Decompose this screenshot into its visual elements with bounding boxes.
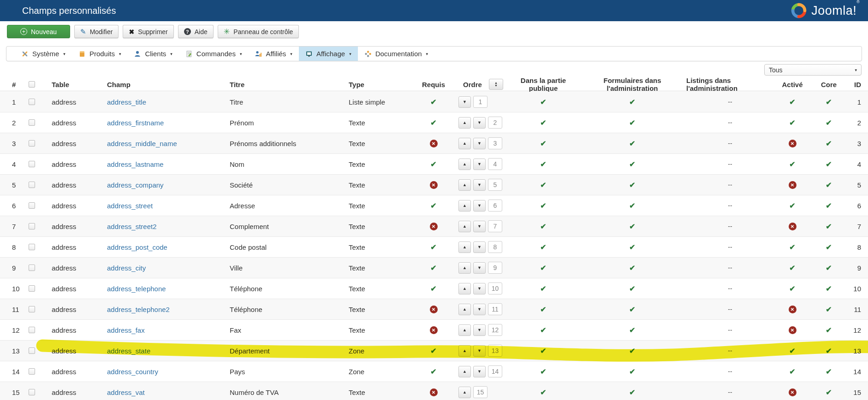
order-up-button[interactable]: ▲ [458,200,471,212]
field-link[interactable]: address_city [107,264,146,272]
check-icon[interactable]: ✔ [789,243,795,252]
order-up-button[interactable]: ▲ [458,387,471,398]
order-input[interactable] [488,303,502,315]
field-link[interactable]: address_title [107,98,146,106]
menu-item-documentation[interactable]: Documentation▾ [358,47,434,61]
order-up-button[interactable]: ▲ [458,366,471,377]
row-checkbox[interactable] [29,368,35,375]
control-panel-button[interactable]: ✳ Panneau de contrôle [218,25,299,38]
order-down-button[interactable]: ▼ [473,366,486,377]
field-link[interactable]: address_country [107,368,158,376]
row-checkbox[interactable] [29,389,35,395]
field-link[interactable]: address_lastname [107,160,164,168]
row-checkbox[interactable] [29,285,35,292]
check-icon[interactable]: ✔ [540,388,546,397]
check-icon[interactable]: ✔ [430,243,436,252]
cross-icon[interactable]: ✕ [789,181,797,189]
row-checkbox[interactable] [29,182,35,188]
check-icon[interactable]: ✔ [540,326,546,335]
order-up-button[interactable]: ▲ [458,221,471,232]
check-icon[interactable]: ✔ [430,160,436,169]
row-checkbox[interactable] [29,202,35,209]
col-header-requis[interactable]: Requis [415,77,452,91]
field-link[interactable]: address_telephone [107,285,166,293]
order-input[interactable] [488,241,502,253]
check-icon[interactable]: ✔ [430,201,436,210]
check-icon[interactable]: ✔ [540,367,546,376]
order-up-button[interactable]: ▲ [458,241,471,253]
check-icon[interactable]: ✔ [540,201,546,210]
order-down-button[interactable]: ▼ [473,159,486,170]
order-input[interactable] [488,137,502,149]
check-icon[interactable]: ✔ [629,367,635,376]
check-icon[interactable]: ✔ [540,98,546,106]
col-header-active[interactable]: Activé [775,77,810,91]
order-down-button[interactable]: ▼ [473,262,486,274]
check-icon[interactable]: ✔ [789,347,795,355]
check-icon[interactable]: ✔ [789,201,795,210]
menu-item-affilies[interactable]: Affiliés▾ [248,47,298,61]
order-down-button[interactable]: ▼ [473,138,486,149]
check-icon[interactable]: ✔ [629,388,635,397]
col-header-num[interactable]: # [8,77,25,91]
order-input[interactable] [488,282,502,294]
row-checkbox[interactable] [29,161,35,167]
check-icon[interactable]: ✔ [540,118,546,127]
order-down-button[interactable]: ▼ [458,96,471,108]
col-header-adminforms[interactable]: Formulaires dans l'administration [583,77,681,91]
order-up-button[interactable]: ▲ [458,283,471,294]
check-icon[interactable]: ✔ [540,222,546,231]
cross-icon[interactable]: ✕ [789,223,797,230]
menu-item-commandes[interactable]: Commandes▾ [179,47,249,61]
check-icon[interactable]: ✔ [629,160,635,169]
row-checkbox[interactable] [29,327,35,333]
row-checkbox[interactable] [29,265,35,271]
field-link[interactable]: address_telephone2 [107,306,170,313]
order-up-button[interactable]: ▲ [458,117,471,129]
order-down-button[interactable]: ▼ [473,179,486,191]
order-input[interactable] [473,386,488,398]
order-input[interactable] [488,200,502,212]
field-link[interactable]: address_company [107,181,164,189]
check-icon[interactable]: ✔ [629,347,635,355]
field-link[interactable]: address_post_code [107,243,167,251]
order-down-button[interactable]: ▼ [473,304,486,315]
order-input[interactable] [488,158,502,170]
delete-button[interactable]: ✖ Supprimer [123,25,173,38]
cross-icon[interactable]: ✕ [430,181,438,189]
order-up-button[interactable]: ▲ [458,179,471,191]
order-up-button[interactable]: ▲ [458,159,471,170]
check-icon[interactable]: ✔ [540,264,546,272]
row-checkbox[interactable] [29,140,35,147]
order-down-button[interactable]: ▼ [473,283,486,294]
order-input[interactable] [488,365,502,377]
check-icon[interactable]: ✔ [540,305,546,314]
check-icon[interactable]: ✔ [430,367,436,376]
cross-icon[interactable]: ✕ [430,140,438,147]
order-up-button[interactable]: ▲ [458,345,471,357]
col-header-listings[interactable]: Listings dans l'administration [686,77,774,91]
field-link[interactable]: address_street2 [107,223,157,230]
field-link[interactable]: address_middle_name [107,140,177,147]
order-input[interactable] [488,220,502,232]
col-header-champ[interactable]: Champ [107,77,226,91]
col-header-type[interactable]: Type [349,77,413,91]
row-checkbox[interactable] [29,347,35,354]
check-icon[interactable]: ✔ [629,139,635,148]
row-checkbox[interactable] [29,99,35,105]
order-input[interactable] [488,117,502,129]
field-link[interactable]: address_firstname [107,119,164,127]
row-checkbox[interactable] [29,223,35,229]
order-up-button[interactable]: ▲ [458,262,471,274]
order-down-button[interactable]: ▼ [473,345,486,357]
col-header-table[interactable]: Table [52,77,103,91]
order-input[interactable] [473,96,488,108]
order-up-button[interactable]: ▲ [458,324,471,336]
order-input[interactable] [488,179,502,191]
check-icon[interactable]: ✔ [629,181,635,189]
order-input[interactable] [488,324,502,336]
col-header-id[interactable]: ID [836,77,862,91]
edit-button[interactable]: ✎ Modifier [74,25,119,38]
field-link[interactable]: address_street [107,202,153,210]
order-up-button[interactable]: ▲ [458,138,471,149]
